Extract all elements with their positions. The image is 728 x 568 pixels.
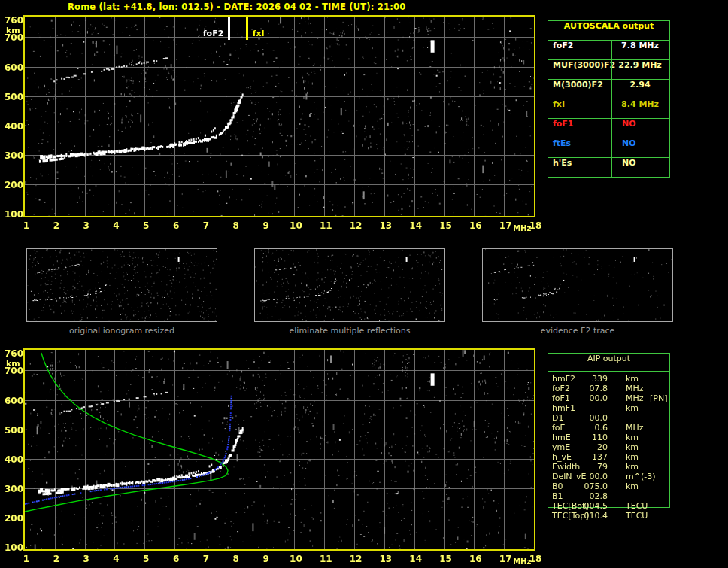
table-row: Ewidth79km: [548, 462, 670, 472]
parameter-label: foF2: [552, 384, 570, 393]
parameter-unit: km: [626, 403, 639, 413]
autoscala-output-screen: Rome (lat: +41.8, lon: 012.5) - DATE: 20…: [0, 0, 728, 568]
y-axis-tick-label: 100: [2, 209, 23, 220]
station-date-title: Rome (lat: +41.8, lon: 012.5) - DATE: 20…: [68, 2, 405, 12]
x-axis-tick-label: 13: [376, 220, 396, 231]
x-axis-tick-label: 6: [166, 554, 186, 564]
x-axis-tick-label: 12: [346, 220, 366, 231]
parameter-value: 075.0: [579, 481, 608, 491]
table-row: ftEsNO: [548, 138, 669, 158]
x-axis-tick-label: 1: [17, 554, 36, 564]
parameter-unit: TECU: [626, 501, 648, 511]
parameter-label: ymE: [552, 442, 570, 452]
table-row: B102.8: [548, 491, 670, 501]
x-axis-tick-label: 17: [496, 220, 515, 231]
y-axis-tick-label: 400: [2, 121, 23, 132]
parameter-value: 20: [579, 442, 608, 452]
x-axis-tick-label: 12: [346, 554, 366, 564]
parameter-label: foF2: [553, 41, 574, 50]
parameter-label: M(3000)F2: [553, 80, 603, 90]
y-axis-tick-label: 100: [2, 542, 23, 553]
parameter-value: 0.6: [579, 423, 608, 433]
x-axis-tick-label: 18: [526, 554, 545, 564]
processing-panel: [26, 248, 217, 322]
parameter-label: B1: [552, 491, 563, 501]
table-row: TEC[Top]010.4TECU: [548, 511, 670, 521]
table-column-divider: [611, 41, 612, 178]
parameter-value: 137: [579, 452, 608, 462]
x-axis-tick-label: 9: [256, 554, 276, 564]
x-axis-tick-label: 11: [316, 220, 335, 231]
parameter-value: 00.0: [579, 393, 608, 403]
parameter-value: 79: [579, 462, 608, 472]
x-axis-tick-label: 8: [226, 220, 246, 231]
table-row: hmF1---km: [548, 403, 670, 413]
parameter-value: NO: [612, 138, 678, 148]
y-axis-tick-label: 500: [2, 92, 23, 102]
parameter-value: ---: [579, 403, 608, 413]
x-axis-unit-label: MHz: [513, 224, 531, 232]
y-axis-tick-label: 760: [2, 348, 23, 359]
panel-caption: evidence F2 trace: [482, 326, 673, 336]
parameter-label: hmF2: [552, 374, 575, 384]
table-row: h_vE137km: [548, 452, 670, 462]
table-row: B0075.0km: [548, 481, 670, 491]
parameter-label: MUF(3000)F2: [553, 60, 615, 70]
ionogram-canvas-top: [25, 17, 534, 216]
parameter-value: 010.4: [579, 511, 608, 521]
x-axis-tick-label: 15: [436, 554, 456, 564]
x-axis-unit-label: MHz: [513, 557, 531, 566]
parameter-note: [PN]: [650, 393, 667, 403]
x-axis-tick-label: 4: [106, 554, 126, 564]
x-axis-tick-label: 11: [316, 554, 335, 564]
table-row: foF27.8 MHz: [548, 41, 669, 60]
y-axis-tick-label: 600: [2, 62, 23, 73]
x-axis-tick-label: 10: [286, 554, 305, 564]
parameter-unit: km: [626, 452, 639, 462]
x-axis-tick-label: 8: [226, 554, 246, 564]
autoscala-table-header: AUTOSCALA output: [548, 21, 669, 41]
y-axis-tick-label: 600: [2, 396, 23, 406]
parameter-unit: TECU: [626, 511, 648, 521]
table-row: hmE110km: [548, 433, 670, 442]
parameter-unit: MHz: [626, 423, 644, 433]
autoscala-output-table: AUTOSCALA outputfoF27.8 MHzMUF(3000)F222…: [548, 20, 670, 178]
x-axis-tick-label: 5: [136, 220, 156, 231]
x-axis-tick-label: 3: [77, 220, 96, 231]
parameter-label: ftEs: [553, 138, 571, 148]
ionogram-plot-bottom: [23, 348, 535, 551]
table-row: foF1NO: [548, 119, 669, 138]
aip-output-rows: hmF2339kmfoF207.8MHzfoF100.0MHz[PN]hmF1-…: [548, 374, 670, 521]
table-row: TEC[Bot]004.5TECU: [548, 501, 670, 511]
parameter-value: 07.8: [579, 384, 608, 393]
table-row: h'EsNO: [548, 158, 669, 178]
y-axis-unit-label: km: [6, 26, 20, 35]
y-axis-unit-label: km: [6, 359, 20, 369]
y-axis-tick-label: 200: [2, 513, 23, 524]
table-row: foF100.0MHz[PN]: [548, 393, 670, 403]
parameter-value: 8.4 MHz: [612, 99, 668, 109]
parameter-label: foF1: [552, 393, 570, 403]
parameter-value: 110: [579, 433, 608, 442]
parameter-label: fxI: [553, 99, 565, 109]
parameter-value: NO: [612, 119, 678, 129]
x-axis-tick-label: 13: [376, 554, 396, 564]
parameter-label: foF1: [553, 119, 574, 129]
y-axis-tick-label: 200: [2, 180, 23, 190]
processing-panel: [482, 248, 673, 322]
y-axis-tick-label: 500: [2, 425, 23, 436]
x-axis-tick-label: 16: [466, 554, 485, 564]
parameter-label: D1: [552, 413, 563, 423]
x-axis-tick-label: 1: [17, 220, 36, 231]
panel-caption: original ionogram resized: [26, 326, 217, 336]
parameter-value: NO: [612, 158, 678, 168]
x-axis-tick-label: 10: [286, 220, 305, 231]
x-axis-tick-label: 3: [77, 554, 96, 564]
panel-caption: eliminate multiple reflections: [254, 326, 445, 336]
x-axis-tick-label: 4: [106, 220, 126, 231]
ionogram-plot-top: [23, 15, 535, 217]
processing-panel: [254, 248, 445, 322]
table-row: foE0.6MHz: [548, 423, 670, 433]
aip-table-header: AIP output: [548, 354, 669, 372]
ionogram-canvas-bottom: [25, 350, 534, 549]
